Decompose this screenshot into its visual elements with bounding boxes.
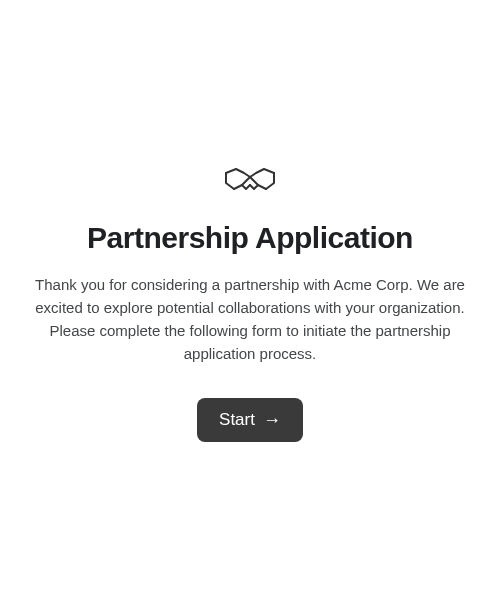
handshake-icon [220, 159, 280, 207]
start-button-label: Start [219, 410, 255, 430]
page-title: Partnership Application [87, 221, 413, 255]
arrow-right-icon: → [263, 411, 281, 429]
intro-text: Thank you for considering a partnership … [35, 273, 465, 366]
start-button[interactable]: Start → [197, 398, 303, 442]
